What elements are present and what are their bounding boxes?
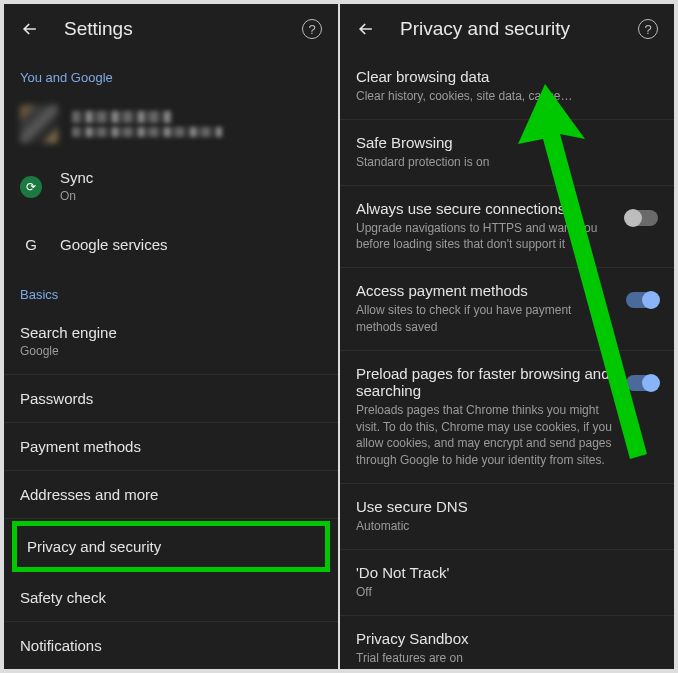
secure-conn-sub: Upgrade navigations to HTTPS and warn yo…: [356, 220, 616, 254]
avatar: [20, 105, 58, 143]
back-arrow-icon[interactable]: [20, 19, 40, 39]
privacy-security-row[interactable]: Privacy and security: [17, 526, 325, 567]
secure-conn-title: Always use secure connections: [356, 200, 616, 217]
sandbox-sub: Trial features are on: [356, 650, 658, 667]
sync-title: Sync: [60, 169, 322, 186]
sync-row[interactable]: ⟳ Sync On: [4, 155, 338, 219]
privacy-security-label: Privacy and security: [27, 538, 161, 555]
search-engine-sub: Google: [20, 343, 322, 360]
search-engine-title: Search engine: [20, 324, 322, 341]
clear-browsing-sub: Clear history, cookies, site data, cache…: [356, 88, 658, 105]
payment-methods-row[interactable]: Payment methods: [4, 423, 338, 471]
preload-toggle[interactable]: [626, 375, 658, 391]
privacy-sandbox-row[interactable]: Privacy Sandbox Trial features are on: [340, 616, 674, 669]
sync-sub: On: [60, 188, 322, 205]
dnt-title: 'Do Not Track': [356, 564, 658, 581]
preload-title: Preload pages for faster browsing and se…: [356, 365, 616, 399]
dnt-sub: Off: [356, 584, 658, 601]
notifications-label: Notifications: [20, 637, 102, 654]
safe-browsing-row[interactable]: Safe Browsing Standard protection is on: [340, 120, 674, 186]
safe-browsing-title: Safe Browsing: [356, 134, 658, 151]
header-right: Privacy and security ?: [340, 4, 674, 54]
account-row[interactable]: [4, 93, 338, 155]
settings-panel: Settings ? You and Google ⟳ Sync On G Go…: [4, 4, 338, 669]
header-left: Settings ?: [4, 4, 338, 54]
search-engine-row[interactable]: Search engine Google: [4, 310, 338, 375]
payment-access-sub: Allow sites to check if you have payment…: [356, 302, 616, 336]
sync-icon: ⟳: [20, 176, 42, 198]
preload-sub: Preloads pages that Chrome thinks you mi…: [356, 402, 616, 469]
passwords-label: Passwords: [20, 390, 93, 407]
secure-connections-row[interactable]: Always use secure connections Upgrade na…: [340, 186, 674, 269]
preload-pages-row[interactable]: Preload pages for faster browsing and se…: [340, 351, 674, 484]
page-title: Settings: [64, 18, 278, 40]
payment-methods-label: Payment methods: [20, 438, 141, 455]
do-not-track-row[interactable]: 'Do Not Track' Off: [340, 550, 674, 616]
help-icon[interactable]: ?: [302, 19, 322, 39]
privacy-security-panel: Privacy and security ? Clear browsing da…: [340, 4, 674, 669]
back-arrow-icon[interactable]: [356, 19, 376, 39]
secure-conn-toggle[interactable]: [626, 210, 658, 226]
highlighted-privacy-security: Privacy and security: [12, 521, 330, 572]
help-icon[interactable]: ?: [638, 19, 658, 39]
section-basics: Basics: [4, 271, 338, 310]
google-services-label: Google services: [60, 236, 168, 253]
dns-sub: Automatic: [356, 518, 658, 535]
google-icon: G: [20, 234, 42, 256]
addresses-label: Addresses and more: [20, 486, 158, 503]
clear-browsing-data-row[interactable]: Clear browsing data Clear history, cooki…: [340, 54, 674, 120]
dns-title: Use secure DNS: [356, 498, 658, 515]
sandbox-title: Privacy Sandbox: [356, 630, 658, 647]
secure-dns-row[interactable]: Use secure DNS Automatic: [340, 484, 674, 550]
clear-browsing-title: Clear browsing data: [356, 68, 658, 85]
payment-methods-access-row[interactable]: Access payment methods Allow sites to ch…: [340, 268, 674, 351]
section-you-and-google: You and Google: [4, 54, 338, 93]
addresses-row[interactable]: Addresses and more: [4, 471, 338, 519]
payment-access-toggle[interactable]: [626, 292, 658, 308]
page-title: Privacy and security: [400, 18, 614, 40]
safe-browsing-sub: Standard protection is on: [356, 154, 658, 171]
google-services-row[interactable]: G Google services: [4, 219, 338, 271]
passwords-row[interactable]: Passwords: [4, 375, 338, 423]
safety-check-label: Safety check: [20, 589, 106, 606]
safety-check-row[interactable]: Safety check: [4, 574, 338, 622]
payment-access-title: Access payment methods: [356, 282, 616, 299]
notifications-row[interactable]: Notifications: [4, 622, 338, 669]
account-text-redacted: [72, 111, 222, 137]
